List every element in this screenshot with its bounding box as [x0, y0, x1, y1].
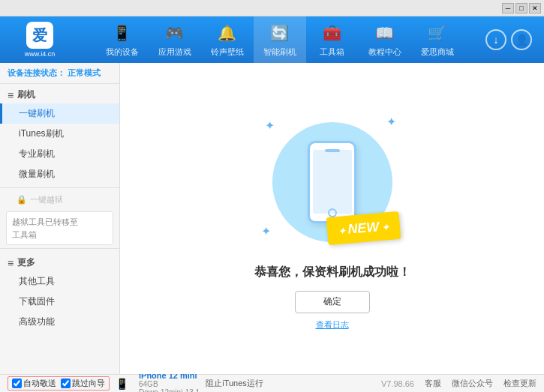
auto-redirect-label: 自动敬送 — [23, 378, 56, 389]
device-icon: 📱 — [116, 378, 128, 390]
sidebar-item-other-tools[interactable]: 其他工具 — [0, 271, 119, 292]
customer-service-link[interactable]: 客服 — [425, 378, 441, 389]
more-section-label: 更多 — [17, 256, 35, 269]
nav-label-smart-flash: 智能刷机 — [263, 46, 296, 58]
logo-url: www.i4.cn — [25, 50, 56, 58]
success-text: 恭喜您，保资料刷机成功啦！ — [254, 265, 410, 280]
flash-section-header: ≡ 刷机 — [0, 84, 119, 103]
device-storage: 64GB — [139, 380, 200, 388]
sidebar-item-one-click-flash[interactable]: 一键刷机 — [0, 103, 119, 124]
nav-item-apps-games[interactable]: 🎮 应用游戏 — [149, 16, 201, 63]
account-button[interactable]: 👤 — [511, 29, 532, 50]
bottom-right: V7.98.66 客服 微信公众号 检查更新 — [381, 378, 536, 389]
nav-label-ringtone: 铃声壁纸 — [211, 46, 244, 58]
my-device-icon: 📱 — [112, 22, 133, 43]
nav-label-apps-games: 应用游戏 — [158, 46, 191, 58]
apps-games-icon: 🎮 — [164, 22, 185, 43]
logo-area: 爱 www.i4.cn — [6, 22, 74, 58]
skip-wizard-checkbox[interactable]: 跳过向导 — [61, 378, 105, 389]
phone-home — [328, 208, 337, 217]
nav-header: 爱 www.i4.cn 📱 我的设备 🎮 应用游戏 🔔 铃声壁纸 🔄 智能刷机 … — [0, 16, 544, 63]
check-update-link[interactable]: 检查更新 — [503, 378, 536, 389]
status-value: 正常模式 — [68, 68, 101, 77]
sparkle-icon-tl: ✦ — [265, 118, 275, 133]
toolbox-icon: 🧰 — [322, 22, 343, 43]
locked-label: 一键越狱 — [30, 194, 63, 205]
more-section-icon: ≡ — [8, 257, 14, 269]
version-text: V7.98.66 — [381, 379, 414, 388]
logo-icon: 爱 — [26, 22, 53, 49]
wechat-link[interactable]: 微信公众号 — [452, 378, 493, 389]
status-bar: 设备连接状态： 正常模式 — [0, 63, 119, 84]
sidebar-item-micro-flash[interactable]: 微量刷机 — [0, 164, 119, 184]
phone-speaker — [325, 149, 340, 152]
store-icon: 🛒 — [427, 22, 448, 43]
phone-screen — [313, 150, 352, 214]
device-firmware: Down-12mini-13,1 — [139, 388, 200, 393]
nav-item-my-device[interactable]: 📱 我的设备 — [96, 16, 149, 63]
sparkle-icon-tr: ✦ — [386, 115, 396, 129]
info-box: 越狱工具已转移至 工具箱 — [6, 211, 113, 245]
bottom-bar: 自动敬送 跳过向导 📱 iPhone 12 mini 64GB Down-12m… — [0, 374, 544, 392]
maximize-button[interactable]: □ — [515, 3, 527, 13]
nav-label-toolbox: 工具箱 — [320, 46, 344, 58]
sparkle-icon-bl: ✦ — [261, 224, 271, 238]
sidebar-divider-1 — [0, 187, 119, 188]
locked-jailbreak: 🔒 一键越狱 — [0, 191, 119, 208]
smart-flash-icon: 🔄 — [269, 22, 290, 43]
main-body: 设备连接状态： 正常模式 ≡ 刷机 一键刷机 iTunes刷机 专业刷机 微量刷… — [0, 63, 544, 374]
auto-redirect-input[interactable] — [12, 379, 22, 388]
download-button[interactable]: ↓ — [485, 29, 506, 50]
close-button[interactable]: ✕ — [529, 3, 541, 13]
lock-icon: 🔒 — [17, 195, 27, 205]
skip-wizard-input[interactable] — [61, 379, 71, 388]
confirm-button[interactable]: 确定 — [295, 291, 370, 313]
status-label: 设备连接状态： — [8, 68, 65, 77]
new-badge: NEW — [326, 211, 401, 244]
skip-wizard-label: 跳过向导 — [72, 378, 105, 389]
nav-items: 📱 我的设备 🎮 应用游戏 🔔 铃声壁纸 🔄 智能刷机 🧰 工具箱 📖 教程中心… — [74, 16, 485, 63]
stop-itunes-button[interactable]: 阻止iTunes运行 — [206, 378, 263, 389]
nav-item-tutorial[interactable]: 📖 教程中心 — [359, 16, 411, 63]
nav-label-my-device: 我的设备 — [106, 46, 139, 58]
phone-illustration: ✦ ✦ ✦ NEW — [257, 107, 407, 257]
content-area: ✦ ✦ ✦ NEW 恭喜您，保资料刷机成功啦！ 确定 查看日志 — [120, 63, 544, 374]
nav-label-store: 爱思商城 — [421, 46, 454, 58]
nav-item-ringtone[interactable]: 🔔 铃声壁纸 — [201, 16, 254, 63]
nav-item-store[interactable]: 🛒 爱思商城 — [411, 16, 464, 63]
info-box-line2: 工具箱 — [12, 229, 107, 241]
sidebar-item-advanced[interactable]: 高级功能 — [0, 312, 119, 332]
auto-redirect-checkbox[interactable]: 自动敬送 — [12, 378, 56, 389]
help-link[interactable]: 查看日志 — [316, 319, 349, 331]
nav-label-tutorial: 教程中心 — [368, 46, 401, 58]
sidebar-divider-2 — [0, 248, 119, 249]
checkbox-group: 自动敬送 跳过向导 — [8, 376, 110, 391]
flash-section-icon: ≡ — [8, 89, 14, 101]
nav-item-toolbox[interactable]: 🧰 工具箱 — [306, 16, 359, 63]
sidebar-item-download-firmware[interactable]: 下载固件 — [0, 292, 119, 312]
title-bar: ─ □ ✕ — [0, 0, 544, 16]
more-section-header: ≡ 更多 — [0, 252, 119, 271]
flash-section-label: 刷机 — [17, 88, 35, 101]
sidebar: 设备连接状态： 正常模式 ≡ 刷机 一键刷机 iTunes刷机 专业刷机 微量刷… — [0, 63, 120, 374]
nav-item-smart-flash[interactable]: 🔄 智能刷机 — [254, 16, 306, 63]
nav-right: ↓ 👤 — [485, 29, 538, 50]
sidebar-item-pro-flash[interactable]: 专业刷机 — [0, 144, 119, 164]
sidebar-item-itunes-flash[interactable]: iTunes刷机 — [0, 124, 119, 144]
info-box-line1: 越狱工具已转移至 — [12, 216, 107, 229]
ringtone-icon: 🔔 — [217, 22, 238, 43]
tutorial-icon: 📖 — [374, 22, 395, 43]
minimize-button[interactable]: ─ — [502, 3, 514, 13]
phone-body — [308, 141, 356, 223]
